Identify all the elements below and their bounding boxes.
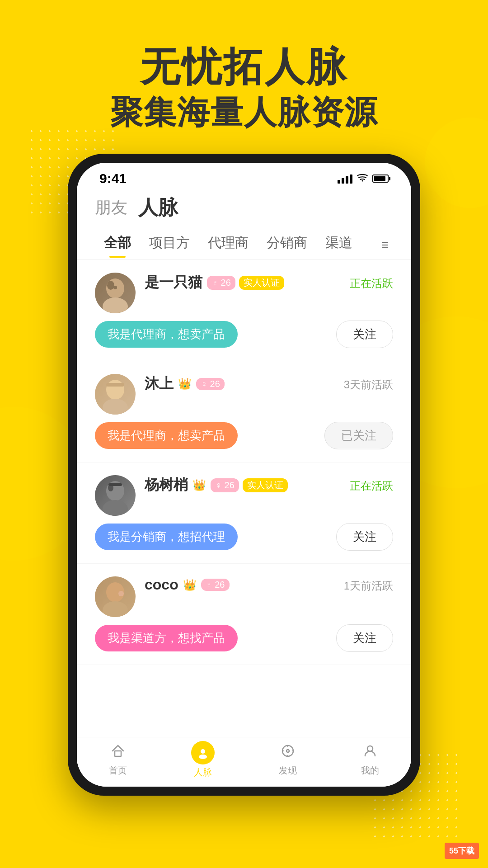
discover-icon — [280, 743, 296, 763]
user-item-4[interactable]: coco 👑 ♀ 26 1天前活跃 我是渠道方，想找产品 关注 — [77, 564, 411, 665]
user-info-4: coco 👑 ♀ 26 1天前活跃 — [145, 576, 393, 597]
header-section: 无忧拓人脉 聚集海量人脉资源 — [0, 27, 488, 132]
user-name-1: 是一只猫 — [145, 273, 202, 292]
nav-label-discover: 发现 — [279, 764, 297, 777]
svg-point-17 — [199, 755, 207, 759]
user-info-1: 是一只猫 ♀ 26 实人认证 正在活跃 — [145, 273, 393, 296]
user-tag-row-3: 我是分销商，想招代理 关注 — [95, 523, 393, 551]
user-tag-3: 我是分销商，想招代理 — [95, 524, 238, 550]
filter-tabs-bar: 全部 项目方 代理商 分销商 渠道 ≡ — [77, 221, 411, 259]
svg-point-18 — [200, 750, 201, 751]
follow-button-1[interactable]: 关注 — [336, 321, 393, 348]
nav-item-home[interactable]: 首页 — [109, 743, 127, 777]
filter-tab-project[interactable]: 项目方 — [140, 230, 199, 259]
svg-point-2 — [103, 297, 128, 313]
mine-icon — [362, 743, 378, 763]
svg-point-6 — [103, 399, 128, 415]
follow-button-2[interactable]: 已关注 — [324, 422, 393, 449]
user-tag-4: 我是渠道方，想找产品 — [95, 625, 238, 651]
badge-gender-4: ♀ 26 — [201, 579, 230, 591]
crown-icon-4: 👑 — [183, 579, 197, 591]
user-info-2: 沐上 👑 ♀ 26 3天前活跃 — [145, 374, 393, 397]
user-name-2: 沐上 — [145, 374, 174, 394]
headline-2: 聚集海量人脉资源 — [0, 93, 488, 132]
user-tag-1: 我是代理商，想卖产品 — [95, 321, 238, 348]
crown-icon-3: 👑 — [192, 479, 206, 491]
user-item-3[interactable]: 杨树梢 👑 ♀ 26 实人认证 正在活跃 我是分销商，想招代理 — [77, 462, 411, 564]
badge-gender-3: ♀ 26 — [211, 478, 239, 492]
home-icon — [110, 743, 126, 763]
filter-menu-icon[interactable]: ≡ — [377, 234, 393, 256]
user-tag-2: 我是代理商，想卖产品 — [95, 422, 238, 449]
renmai-icon — [191, 741, 215, 764]
svg-rect-11 — [108, 483, 122, 486]
nav-label-mine: 我的 — [361, 764, 379, 777]
user-info-3: 杨树梢 👑 ♀ 26 实人认证 正在活跃 — [145, 475, 393, 499]
user-activity-2: 3天前活跃 — [344, 376, 393, 392]
user-name-4: coco — [145, 576, 178, 593]
user-item-1[interactable]: 是一只猫 ♀ 26 实人认证 正在活跃 我是代理商，想卖产品 关注 — [77, 260, 411, 361]
user-activity-3: 正在活跃 — [350, 477, 393, 493]
avatar-3 — [95, 475, 136, 516]
status-time: 9:41 — [99, 171, 127, 186]
crown-icon-2: 👑 — [178, 377, 192, 390]
user-tag-row-1: 我是代理商，想卖产品 关注 — [95, 321, 393, 348]
svg-point-3 — [107, 281, 114, 290]
avatar-1 — [95, 273, 136, 313]
bottom-navigation: 首页 人脉 — [77, 737, 411, 787]
filter-tab-channel[interactable]: 渠道 — [316, 230, 361, 259]
wifi-icon — [357, 173, 368, 184]
phone-screen: 9:41 — [77, 163, 411, 787]
phone-mockup: 9:41 — [68, 154, 420, 796]
battery-icon — [372, 175, 389, 183]
nav-header: 朋友 人脉 — [77, 190, 411, 221]
svg-point-14 — [118, 591, 124, 596]
svg-point-5 — [106, 380, 124, 400]
watermark: 55下载 — [445, 843, 479, 859]
nav-label-renmai: 人脉 — [194, 766, 212, 778]
badge-verified-3: 实人认证 — [243, 478, 288, 492]
svg-point-0 — [362, 180, 363, 182]
avatar-4 — [95, 576, 136, 617]
user-badges-2: ♀ 26 — [196, 378, 225, 390]
avatar-2 — [95, 374, 136, 415]
user-badges-3: ♀ 26 实人认证 — [211, 478, 288, 492]
svg-rect-15 — [115, 751, 121, 756]
user-name-3: 杨树梢 — [145, 475, 188, 495]
user-tag-row-2: 我是代理商，想卖产品 已关注 — [95, 422, 393, 449]
status-bar: 9:41 — [77, 163, 411, 190]
headline-1: 无忧拓人脉 — [0, 45, 488, 89]
svg-point-26 — [367, 746, 373, 751]
user-item-2[interactable]: 沐上 👑 ♀ 26 3天前活跃 我是代理商，想卖产品 已关注 — [77, 361, 411, 462]
nav-item-discover[interactable]: 发现 — [279, 743, 297, 777]
user-list: 是一只猫 ♀ 26 实人认证 正在活跃 我是代理商，想卖产品 关注 — [77, 260, 411, 730]
svg-point-20 — [282, 745, 293, 756]
follow-button-4[interactable]: 关注 — [336, 624, 393, 652]
svg-point-21 — [286, 750, 289, 752]
badge-gender-1: ♀ 26 — [207, 276, 235, 290]
nav-item-renmai[interactable]: 人脉 — [191, 741, 215, 778]
svg-point-9 — [103, 500, 128, 516]
follow-button-3[interactable]: 关注 — [336, 523, 393, 551]
nav-item-mine[interactable]: 我的 — [361, 743, 379, 777]
filter-tab-distributor[interactable]: 分销商 — [258, 230, 316, 259]
filter-tab-agent[interactable]: 代理商 — [199, 230, 258, 259]
svg-point-13 — [103, 601, 128, 617]
tab-friend[interactable]: 朋友 — [95, 197, 127, 219]
phone-frame: 9:41 — [68, 154, 420, 796]
user-badges-1: ♀ 26 实人认证 — [207, 276, 284, 290]
badge-gender-2: ♀ 26 — [196, 378, 225, 390]
signal-icon — [338, 174, 352, 184]
user-badges-4: ♀ 26 — [201, 579, 230, 591]
svg-rect-7 — [106, 383, 124, 387]
badge-verified-1: 实人认证 — [239, 276, 284, 290]
svg-point-4 — [113, 286, 117, 289]
tab-renmai[interactable]: 人脉 — [138, 194, 178, 221]
svg-point-16 — [201, 749, 205, 754]
filter-tab-all[interactable]: 全部 — [95, 230, 140, 259]
status-icons — [338, 173, 389, 184]
user-activity-1: 正在活跃 — [350, 274, 393, 291]
nav-label-home: 首页 — [109, 764, 127, 777]
user-activity-4: 1天前活跃 — [344, 577, 393, 593]
user-tag-row-4: 我是渠道方，想找产品 关注 — [95, 624, 393, 652]
